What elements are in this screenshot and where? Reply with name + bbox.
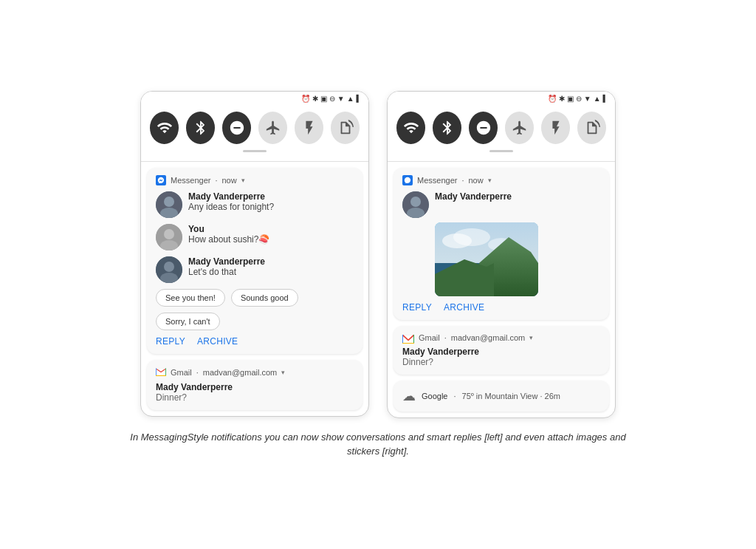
avatar-mady-1 [156, 191, 182, 218]
alarm-icon: ⏰ [301, 95, 310, 103]
right-gmail-preview: Dinner? [402, 357, 600, 367]
message-content-2: You How about sushi?🍣 [188, 224, 354, 245]
svg-point-7 [164, 262, 174, 272]
left-status-bar: ⏰ ✱ ▣ ⊖ ▼ ▲ ▌ [141, 92, 368, 104]
message-row-2: You How about sushi?🍣 [156, 224, 354, 250]
wifi-status-icon: ▲ [347, 95, 354, 103]
left-gmail-email: madvan@gmail.com [203, 368, 277, 377]
sender-name-1: Mady Vanderperre [188, 191, 354, 202]
right-messenger-notification: Messenger · now ▾ Mady Vanderperre [394, 168, 609, 320]
caption: In MessagingStyle notifications you can … [127, 430, 629, 459]
right-status-bar: ⏰ ✱ ▣ ⊖ ▼ ▲ ▌ [388, 92, 615, 104]
right-bluetooth-qs-btn[interactable] [433, 112, 461, 144]
right-wifi-status-icon: ▲ [594, 95, 601, 103]
avatar-mady-2 [156, 256, 182, 283]
right-message-content: Mady Vanderperre [435, 191, 600, 202]
flashlight-qs-btn[interactable] [295, 112, 323, 144]
smart-replies-row: See you then! Sounds good Sorry, I can't [156, 289, 354, 330]
left-gmail-preview: Dinner? [156, 392, 354, 403]
right-signal-icon: ▼ [584, 95, 591, 103]
airplane-qs-btn[interactable] [258, 112, 287, 144]
left-gmail-sender: Mady Vanderperre [156, 382, 354, 392]
right-messenger-chevron[interactable]: ▾ [488, 177, 492, 184]
right-dnd-status-icon: ⊖ [576, 95, 582, 103]
screenshots-row: ⏰ ✱ ▣ ⊖ ▼ ▲ ▌ [140, 91, 616, 418]
google-weather-separator: · [453, 392, 456, 400]
svg-point-4 [164, 229, 174, 239]
messenger-separator: · [215, 176, 217, 185]
message-content-1: Mady Vanderperre Any ideas for tonight? [188, 191, 354, 212]
right-messenger-app-name: Messenger [417, 176, 457, 185]
left-archive-button[interactable]: Archive [197, 336, 238, 347]
right-qs-row [396, 112, 606, 144]
message-content-3: Mady Vanderperre Let's do that [188, 256, 354, 277]
right-gmail-header: Gmail · madvan@gmail.com ▾ [402, 333, 600, 342]
messenger-app-icon [156, 175, 166, 185]
smart-reply-3[interactable]: Sorry, I can't [156, 313, 220, 330]
left-gmail-app-name: Gmail [171, 368, 192, 377]
right-gmail-email: madvan@gmail.com [451, 333, 525, 342]
left-drag-handle [243, 150, 267, 152]
cast-icon: ▣ [320, 95, 327, 103]
smart-reply-2[interactable]: Sounds good [231, 289, 298, 307]
left-reply-button[interactable]: Reply [156, 336, 185, 347]
message-row-3: Mady Vanderperre Let's do that [156, 256, 354, 283]
right-notif-header: Messenger · now ▾ [402, 175, 600, 185]
right-rotate-qs-btn[interactable] [577, 112, 606, 144]
left-notif-header: Messenger · now ▾ [156, 175, 354, 185]
right-gmail-app-name: Gmail [419, 333, 440, 342]
smart-reply-1[interactable]: See you then! [156, 289, 225, 307]
dnd-qs-btn[interactable] [222, 112, 251, 144]
right-message-row: Mady Vanderperre [402, 191, 600, 218]
right-wifi-qs-btn[interactable] [396, 112, 425, 144]
google-weather-info: 75º in Mountain View · 26m [462, 392, 560, 400]
gmail-icon [156, 367, 166, 378]
right-phone-card: ⏰ ✱ ▣ ⊖ ▼ ▲ ▌ [387, 91, 616, 418]
messenger-time: now [221, 176, 236, 185]
cloud-icon: ☁ [402, 388, 416, 404]
right-dnd-qs-btn[interactable] [469, 112, 498, 144]
bluetooth-status-icon: ✱ [312, 95, 318, 103]
left-quick-settings [141, 104, 368, 162]
right-gmail-chevron[interactable]: ▾ [529, 334, 533, 341]
left-gmail-header: Gmail · madvan@gmail.com ▾ [156, 367, 354, 378]
dnd-status-icon: ⊖ [329, 95, 335, 103]
message-text-2: How about sushi?🍣 [188, 234, 354, 245]
right-bluetooth-status-icon: ✱ [559, 95, 565, 103]
right-gmail-notification: Gmail · madvan@gmail.com ▾ Mady Vanderpe… [394, 326, 609, 375]
signal-icon: ▼ [337, 95, 345, 103]
google-app-name: Google [422, 392, 447, 400]
left-qs-row [150, 112, 360, 144]
svg-point-18 [453, 228, 490, 246]
right-quick-settings [388, 104, 615, 162]
right-gmail-sender: Mady Vanderperre [402, 347, 600, 357]
right-notif-actions: Reply Archive [402, 302, 600, 313]
right-flashlight-qs-btn[interactable] [541, 112, 570, 144]
left-messenger-notification: Messenger · now ▾ Mady Vanderperre Any i… [147, 168, 362, 354]
message-row-1: Mady Vanderperre Any ideas for tonight? [156, 191, 354, 218]
sender-name-3: Mady Vanderperre [188, 256, 354, 267]
left-gmail-chevron[interactable]: ▾ [281, 369, 285, 376]
right-alarm-icon: ⏰ [548, 95, 557, 103]
right-gmail-separator: · [444, 333, 447, 342]
right-archive-button[interactable]: Archive [444, 302, 484, 313]
message-text-1: Any ideas for tonight? [188, 202, 354, 212]
right-drag-handle [489, 150, 513, 152]
right-battery-icon: ▌ [603, 95, 608, 102]
svg-point-1 [164, 197, 174, 207]
right-sender-name: Mady Vanderperre [435, 191, 600, 202]
right-avatar-mady [402, 191, 429, 218]
rotate-qs-btn[interactable] [331, 112, 360, 144]
messenger-chevron[interactable]: ▾ [241, 177, 245, 184]
right-reply-button[interactable]: Reply [402, 302, 432, 313]
right-gmail-icon [402, 333, 414, 342]
bluetooth-qs-btn[interactable] [186, 112, 215, 144]
right-messenger-app-icon [402, 175, 413, 185]
wifi-qs-btn[interactable] [150, 112, 179, 144]
right-airplane-qs-btn[interactable] [505, 112, 534, 144]
right-messenger-separator: · [461, 176, 464, 185]
google-notification: ☁ Google · 75º in Mountain View · 26m [394, 381, 609, 412]
battery-icon: ▌ [357, 95, 361, 102]
left-gmail-notification: Gmail · madvan@gmail.com ▾ Mady Vanderpe… [147, 360, 362, 410]
left-gmail-separator: · [196, 368, 199, 377]
